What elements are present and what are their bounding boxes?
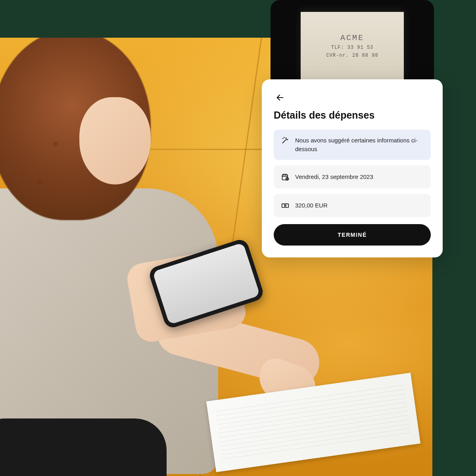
date-value: Vendredi, 23 septembre 2023 [295, 173, 373, 180]
suggestion-banner: Nous avons suggéré certaines information… [274, 130, 431, 160]
receipt-company-name: ACME [340, 33, 364, 42]
suggestion-text: Nous avons suggéré certaines information… [295, 136, 424, 154]
receipt-phone-line: TLF: 33 91 53 [331, 45, 374, 50]
amount-value: 320,00 EUR [295, 202, 328, 209]
svg-point-10 [284, 205, 286, 206]
card-title: Détails des dépenses [274, 109, 431, 121]
arrow-left-icon [276, 93, 284, 102]
receipt-cvr-line: CVR-nr. 28 88 98 [326, 53, 378, 58]
date-field[interactable]: Vendredi, 23 septembre 2023 [274, 165, 431, 188]
expense-details-card: Détails des dépenses Nous avons suggéré … [262, 79, 443, 257]
receipt-scan-preview: ACME TLF: 33 91 53 CVR-nr. 28 88 98 [271, 0, 434, 79]
amount-field[interactable]: 320,00 EUR [274, 194, 431, 217]
svg-point-1 [283, 138, 283, 139]
svg-rect-9 [282, 203, 289, 207]
svg-point-2 [284, 137, 284, 138]
done-button[interactable]: TERMINÉ [274, 224, 431, 246]
magic-wand-icon [281, 136, 290, 145]
back-button[interactable] [274, 91, 286, 104]
calendar-icon [281, 173, 290, 181]
cash-icon [281, 201, 290, 210]
